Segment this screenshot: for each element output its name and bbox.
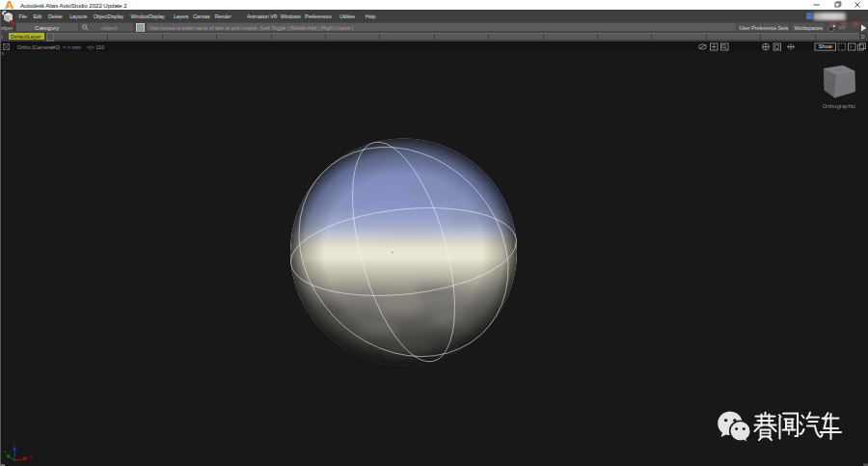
svg-text:Show: Show xyxy=(818,43,832,49)
svg-text:x: x xyxy=(30,452,33,458)
svg-text:y: y xyxy=(13,440,15,446)
svg-text:LEFT: LEFT xyxy=(845,82,856,88)
svg-text:z: z xyxy=(4,449,7,454)
svg-text:TOP: TOP xyxy=(835,69,843,72)
svg-text:Orthographic: Orthographic xyxy=(823,103,856,109)
